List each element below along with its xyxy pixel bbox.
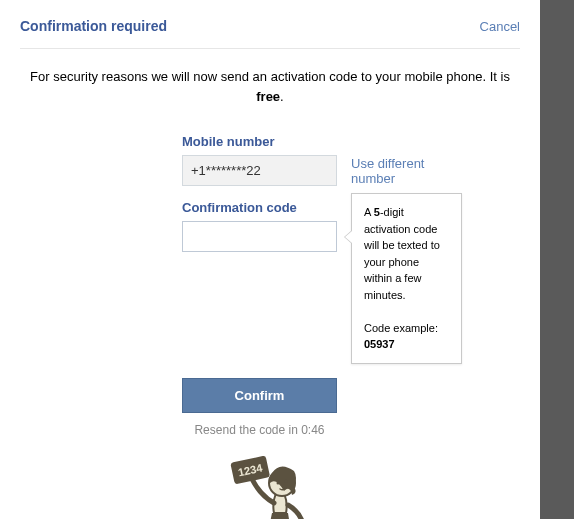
svg-point-9 [285,479,288,482]
modal-title: Confirmation required [20,18,167,34]
tooltip-mid: -digit activation code will be texted to… [364,206,440,301]
resend-timer: Resend the code in 0:46 [182,423,337,437]
background-overlay [540,0,574,519]
woman-phone-illustration-icon: 1234 [180,453,360,520]
use-different-number-link[interactable]: Use different number [351,156,462,186]
confirm-button[interactable]: Confirm [182,378,337,413]
info-message: For security reasons we will now send an… [30,67,510,106]
mobile-number-input [182,155,337,186]
confirmation-modal: Confirmation required Cancel For securit… [0,0,540,519]
mobile-label: Mobile number [182,134,462,149]
illustration: 1234 [20,453,520,520]
code-tooltip: A 5-digit activation code will be texted… [351,193,462,364]
tooltip-example-code: 05937 [364,338,395,350]
info-message-text: For security reasons we will now send an… [30,69,510,84]
modal-header: Confirmation required Cancel [20,18,520,49]
svg-point-8 [277,481,280,484]
confirmation-form: Mobile number Use different number Confi… [182,134,462,437]
confirmation-code-input[interactable] [182,221,337,252]
cancel-link[interactable]: Cancel [480,19,520,34]
resend-prefix: Resend the code in [194,423,301,437]
tooltip-example-label: Code example: [364,322,438,334]
resend-time: 0:46 [301,423,324,437]
info-message-period: . [280,89,284,104]
info-message-bold: free [256,89,280,104]
tooltip-prefix: A [364,206,374,218]
code-row: A 5-digit activation code will be texted… [182,221,462,364]
mobile-row: Use different number [182,155,462,186]
